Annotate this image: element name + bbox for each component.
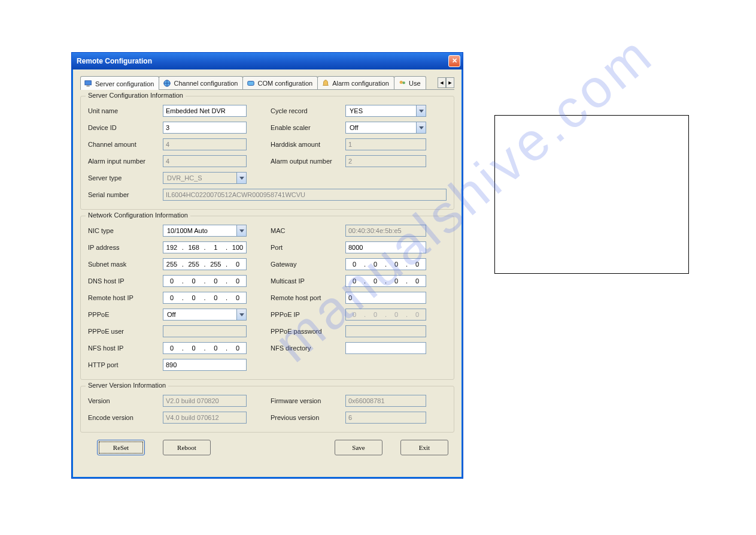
alarm-output-label: Alarm output number — [271, 158, 345, 165]
remote-host-port-label: Remote host port — [271, 294, 345, 301]
mac-field — [345, 225, 426, 237]
unit-name-label: Unit name — [88, 107, 163, 114]
nic-type-label: NIC type — [88, 227, 163, 234]
subnet-mask-input[interactable]: 255. 255. 255. 0 — [163, 258, 247, 270]
enable-scaler-label: Enable scaler — [271, 124, 345, 131]
tab-alarm-configuration[interactable]: Alarm configuration — [317, 76, 394, 89]
harddisk-amount-field — [345, 138, 426, 150]
tab-strip: Server configuration Channel configurati… — [80, 75, 454, 90]
port-label: Port — [271, 244, 345, 251]
tab-label: Use — [409, 80, 421, 87]
reboot-button[interactable]: Reboot — [163, 440, 211, 455]
encode-version-label: Encode version — [88, 414, 163, 421]
serial-number-field — [163, 189, 447, 201]
pppoe-user-label: PPPoE user — [88, 328, 163, 335]
tab-server-configuration[interactable]: Server configuration — [80, 76, 159, 90]
server-type-select: DVR_HC_S — [163, 172, 247, 184]
svg-point-5 — [402, 81, 405, 83]
http-port-label: HTTP port — [88, 361, 163, 368]
multicast-label: Multicast IP — [271, 277, 345, 285]
tab-label: COM configuration — [257, 80, 312, 87]
tab-scroll-left[interactable]: ◄ — [438, 77, 446, 88]
enable-scaler-select[interactable]: Off — [345, 122, 426, 134]
pppoe-user-field — [163, 325, 247, 337]
tab-label: Alarm configuration — [332, 80, 389, 87]
network-config-group: Network Configuration Information NIC ty… — [80, 216, 454, 380]
remote-host-ip-input[interactable]: 0. 0. 0. 0 — [163, 292, 247, 304]
nic-type-select[interactable]: 10/100M Auto — [163, 225, 247, 237]
device-id-label: Device ID — [88, 124, 163, 131]
port-input[interactable] — [345, 241, 426, 253]
remote-host-ip-label: Remote host IP — [88, 294, 163, 301]
version-group: Server Version Information Version Firmw… — [80, 386, 454, 433]
tab-label: Server configuration — [95, 80, 154, 87]
previous-version-label: Previous version — [271, 414, 345, 421]
nfs-host-input[interactable]: 0. 0. 0. 0 — [163, 342, 247, 354]
gateway-input[interactable]: 0. 0. 0. 0 — [345, 258, 426, 270]
chevron-down-icon — [236, 173, 246, 183]
multicast-input[interactable]: 0. 0. 0. 0 — [345, 275, 426, 287]
combo-text: Off — [348, 124, 416, 131]
tab-com-configuration[interactable]: COM configuration — [242, 76, 318, 89]
users-icon — [398, 79, 406, 87]
port-icon — [247, 79, 255, 87]
harddisk-amount-label: Harddisk amount — [271, 141, 345, 148]
window-title: Remote Configuration — [77, 57, 448, 65]
dns-host-label: DNS host IP — [88, 277, 163, 285]
group-legend: Network Configuration Information — [86, 211, 190, 219]
dns-host-input[interactable]: 0. 0. 0. 0 — [163, 275, 247, 287]
channel-amount-field — [163, 138, 247, 150]
remote-config-dialog: Remote Configuration ✕ Server configurat… — [71, 52, 463, 479]
ip-address-input[interactable]: 192. 168. 1. 100 — [163, 241, 247, 253]
svg-rect-3 — [248, 81, 254, 85]
group-legend: Server Version Information — [86, 382, 168, 389]
firmware-field — [345, 395, 426, 407]
subnet-mask-label: Subnet mask — [88, 261, 163, 268]
nfs-directory-input[interactable] — [345, 342, 426, 354]
svg-rect-1 — [87, 85, 90, 86]
chevron-down-icon[interactable] — [416, 105, 426, 116]
pppoe-label: PPPoE — [88, 311, 163, 318]
combo-text: Off — [166, 311, 236, 318]
version-label: Version — [88, 397, 163, 404]
globe-icon — [163, 79, 171, 87]
server-config-group: Server Configuration Information Unit na… — [80, 96, 454, 210]
pppoe-select[interactable]: Off — [163, 309, 247, 321]
unit-name-input[interactable] — [163, 105, 247, 117]
chevron-down-icon[interactable] — [236, 225, 246, 236]
mac-label: MAC — [271, 227, 345, 234]
group-legend: Server Configuration Information — [86, 92, 186, 99]
pppoe-ip-field: 0. 0. 0. 0 — [345, 309, 426, 321]
reset-button[interactable]: ReSet — [97, 440, 145, 455]
tab-scroll-right[interactable]: ► — [446, 77, 454, 88]
chevron-down-icon[interactable] — [416, 122, 426, 133]
tab-channel-configuration[interactable]: Channel configuration — [159, 76, 243, 89]
exit-button[interactable]: Exit — [400, 440, 448, 455]
close-button[interactable]: ✕ — [448, 55, 460, 67]
save-button[interactable]: Save — [335, 440, 382, 455]
cycle-record-label: Cycle record — [271, 107, 345, 114]
tab-label: Channel configuration — [174, 80, 238, 87]
previous-version-field — [345, 412, 426, 424]
combo-text: DVR_HC_S — [166, 174, 236, 182]
pppoe-password-label: PPPoE password — [271, 328, 345, 335]
firmware-label: Firmware version — [271, 397, 345, 404]
pppoe-ip-label: PPPoE IP — [271, 311, 345, 318]
alarm-input-field — [163, 155, 247, 167]
serial-number-label: Serial number — [88, 191, 163, 198]
chevron-down-icon[interactable] — [236, 309, 246, 320]
remote-host-port-input[interactable] — [345, 292, 426, 304]
combo-text: YES — [348, 107, 416, 114]
alarm-output-field — [345, 155, 426, 167]
pppoe-password-field — [345, 325, 426, 337]
svg-point-4 — [400, 80, 403, 83]
monitor-icon — [84, 80, 93, 88]
nfs-directory-label: NFS directory — [271, 344, 345, 352]
http-port-input[interactable] — [163, 359, 247, 371]
titlebar: Remote Configuration ✕ — [72, 53, 463, 69]
combo-text: 10/100M Auto — [166, 227, 236, 234]
tab-scroll-buttons: ◄ ► — [438, 77, 454, 88]
tab-user[interactable]: Use — [394, 76, 426, 89]
cycle-record-select[interactable]: YES — [345, 105, 426, 117]
device-id-input[interactable] — [163, 122, 247, 134]
